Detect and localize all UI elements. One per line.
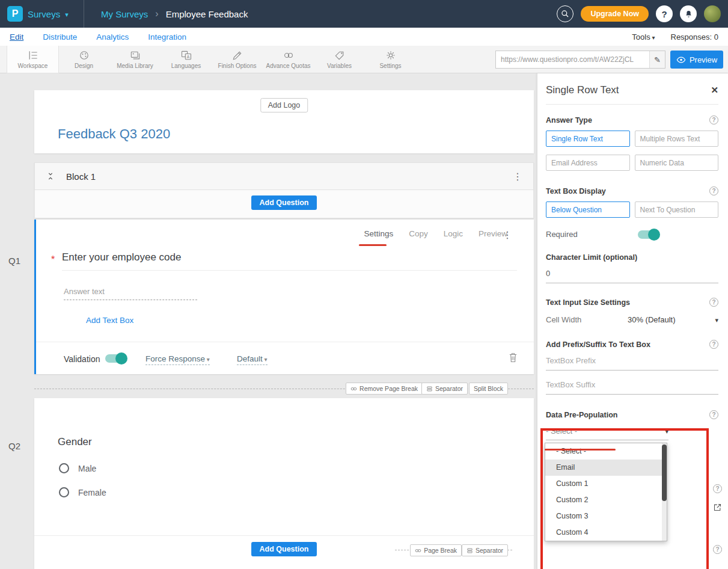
survey-canvas: Q1 Q2 Add Logo Feedback Q3 2020 Block 1 …	[0, 73, 537, 569]
answer-type-email[interactable]: Email Address	[546, 155, 630, 171]
responses-count[interactable]: Responses: 0	[671, 32, 719, 42]
collapse-block-button[interactable]	[46, 171, 55, 181]
character-limit-input[interactable]	[546, 269, 718, 283]
help-icon[interactable]	[709, 410, 718, 419]
tab-copy[interactable]: Copy	[409, 229, 428, 238]
radio-button[interactable]	[59, 463, 69, 473]
help-icon[interactable]	[709, 298, 718, 307]
add-question-button-top[interactable]: Add Question	[251, 195, 317, 210]
separator-button[interactable]: Separator	[462, 544, 508, 556]
dropdown-option-custom1[interactable]: Custom 1	[545, 476, 667, 492]
dropdown-option-email[interactable]: Email	[545, 460, 667, 476]
add-logo-button[interactable]: Add Logo	[260, 98, 308, 112]
answer-text-placeholder[interactable]: Answer text	[64, 287, 197, 300]
add-text-box-link[interactable]: Add Text Box	[86, 316, 133, 325]
toolbar-item-advance-quotas[interactable]: Advance Quotas	[263, 46, 314, 73]
help-button[interactable]	[656, 5, 673, 22]
edit-url-pencil-icon[interactable]	[649, 51, 665, 68]
block-title[interactable]: Block 1	[66, 171, 96, 182]
add-question-button-bottom[interactable]: Add Question	[251, 542, 317, 556]
design-icon	[78, 49, 90, 61]
answer-type-multiple-rows[interactable]: Multiple Rows Text	[635, 131, 719, 147]
dropdown-option-select[interactable]: - Select -	[545, 443, 667, 460]
preview-button[interactable]: Preview	[670, 51, 723, 69]
help-icon[interactable]	[709, 186, 718, 195]
text-input-size-label: Text Input Size Settings	[546, 298, 630, 307]
help-icon[interactable]	[709, 340, 718, 349]
required-toggle[interactable]	[638, 230, 658, 239]
question-1-text[interactable]: Enter your employee code	[62, 251, 181, 263]
tab-analytics[interactable]: Analytics	[96, 32, 129, 42]
toolbar-label: Media Library	[117, 63, 153, 69]
data-prepopulation-dropdown: - Select - Email Custom 1 Custom 2 Custo…	[545, 443, 667, 541]
data-prepopulation-select[interactable]: - Select -	[546, 426, 668, 440]
delete-question-button[interactable]	[508, 352, 518, 366]
notifications-button[interactable]	[680, 5, 697, 22]
avatar[interactable]	[704, 5, 721, 22]
cell-width-value[interactable]: 30% (Default)	[628, 315, 675, 324]
toolbar-item-variables[interactable]: Variables	[314, 46, 365, 73]
survey-title[interactable]: Feedback Q3 2020	[58, 126, 170, 142]
topbar-actions: Upgrade Now	[557, 5, 728, 22]
scrollbar-thumb[interactable]	[662, 444, 667, 501]
default-dropdown[interactable]: Default	[237, 354, 268, 365]
block-kebab-menu-icon[interactable]	[513, 171, 522, 182]
cell-width-label: Cell Width	[546, 315, 581, 324]
external-link-icon[interactable]	[713, 503, 722, 512]
textbox-suffix-input[interactable]	[546, 380, 718, 395]
search-button[interactable]	[557, 5, 574, 22]
remove-page-break-button[interactable]: Remove Page Break	[346, 383, 423, 395]
help-icon[interactable]	[713, 484, 722, 493]
breadcrumb: My Surveys Employee Feedback	[101, 8, 248, 19]
dropdown-option-custom4[interactable]: Custom 4	[545, 524, 667, 541]
radio-option-male[interactable]: Male	[59, 463, 96, 473]
dropdown-option-custom3[interactable]: Custom 3	[545, 508, 667, 524]
tab-settings[interactable]: Settings	[364, 229, 393, 238]
page-break-row: Remove Page Break Separator Split Block	[34, 383, 534, 395]
close-icon[interactable]	[711, 85, 718, 96]
help-icon[interactable]	[713, 545, 722, 554]
dropdown-scrollbar[interactable]	[662, 443, 667, 541]
separator-button[interactable]: Separator	[421, 383, 468, 395]
data-prepopulation-select-wrap: - Select - - Select - Email Custom 1 Cus…	[546, 426, 668, 440]
breadcrumb-my-surveys[interactable]: My Surveys	[101, 9, 148, 19]
toolbar-item-workspace[interactable]: Workspace	[7, 46, 58, 73]
force-response-dropdown[interactable]: Force Response	[145, 354, 210, 365]
toolbar-item-settings[interactable]: Settings	[365, 46, 416, 73]
help-icon[interactable]	[709, 115, 718, 125]
topbar: P Surveys My Surveys Employee Feedback U…	[0, 0, 728, 28]
search-icon	[561, 10, 569, 18]
answer-type-numeric[interactable]: Numeric Data	[635, 155, 719, 171]
cell-width-row: Cell Width 30% (Default)	[546, 315, 718, 324]
collapse-icon	[46, 171, 55, 181]
question-underline	[62, 270, 517, 271]
display-next-to-question[interactable]: Next To Question	[635, 201, 719, 218]
validation-toggle[interactable]	[105, 354, 126, 363]
tab-integration[interactable]: Integration	[148, 32, 186, 42]
textbox-prefix-input[interactable]	[546, 356, 718, 371]
page-break-button[interactable]: Page Break	[410, 544, 462, 556]
question-kebab-menu-icon[interactable]	[503, 229, 512, 241]
toolbar-item-finish-options[interactable]: Finish Options	[212, 46, 263, 73]
tab-edit[interactable]: Edit	[10, 32, 23, 42]
split-block-button[interactable]: Split Block	[469, 383, 508, 395]
survey-url-input[interactable]	[496, 55, 649, 64]
upgrade-now-button[interactable]: Upgrade Now	[581, 6, 649, 22]
toolbar-item-languages[interactable]: A Languages	[161, 46, 212, 73]
link-icon	[350, 386, 357, 392]
question-2-text[interactable]: Gender	[58, 436, 92, 448]
dropdown-option-custom2[interactable]: Custom 2	[545, 492, 667, 508]
toolbar-item-media-library[interactable]: Media Library	[109, 46, 161, 73]
tab-logic[interactable]: Logic	[444, 229, 463, 238]
radio-label: Female	[78, 488, 106, 497]
toolbar-item-design[interactable]: Design	[58, 46, 109, 73]
radio-button[interactable]	[59, 487, 69, 497]
toolbar-label: Settings	[379, 63, 401, 69]
chevron-down-icon[interactable]	[715, 315, 718, 324]
display-below-question[interactable]: Below Question	[546, 201, 630, 218]
surveys-app-menu[interactable]: P Surveys	[0, 0, 84, 28]
answer-type-single-row[interactable]: Single Row Text	[546, 131, 630, 147]
radio-option-female[interactable]: Female	[59, 487, 106, 497]
tools-menu[interactable]: Tools	[632, 32, 655, 42]
tab-distribute[interactable]: Distribute	[43, 32, 77, 42]
